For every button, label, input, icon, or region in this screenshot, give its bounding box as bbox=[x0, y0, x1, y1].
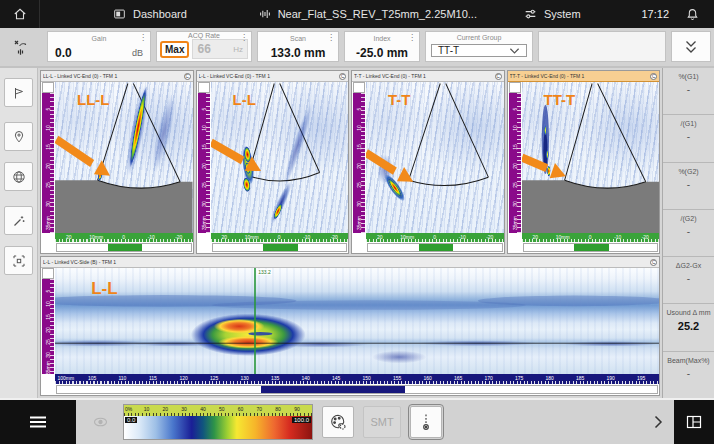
scan-view[interactable]: L-L - Linked VC-Side (B) - TFM 1 C 51015… bbox=[40, 256, 660, 396]
scan-tick: 100mm bbox=[57, 375, 74, 381]
palette-gradient: 0.0 100.0 bbox=[124, 416, 312, 439]
scan-axis-ruler[interactable]: 100mm10511011512012513013514014515015516… bbox=[55, 374, 659, 384]
tfm-view-l-l[interactable]: L-L - Linked VC-End (0) - TFM 1C51015202… bbox=[196, 70, 350, 254]
index-axis-ruler[interactable]: 2010mm0-10-20 bbox=[366, 233, 504, 242]
scan-view-header[interactable]: L-L - Linked VC-Side (B) - TFM 1 C bbox=[41, 257, 659, 268]
notifications-button[interactable] bbox=[679, 7, 706, 22]
current-group-select[interactable]: TT-T bbox=[431, 44, 527, 57]
wizard-button[interactable] bbox=[4, 206, 33, 235]
tfm-view-t-t[interactable]: T-T - Linked VC-End (0) - TFM 1C51015202… bbox=[351, 70, 505, 254]
depth-ruler[interactable]: 5101520253035mm bbox=[42, 279, 54, 374]
index-tick: 10mm bbox=[556, 234, 570, 240]
index-scrollbar-thumb[interactable] bbox=[574, 244, 609, 251]
system-button[interactable]: System bbox=[513, 0, 591, 28]
acq-rate-mode[interactable]: Max bbox=[160, 41, 189, 58]
tfm-zone-button[interactable] bbox=[4, 162, 33, 191]
collapse-toolbar-button[interactable] bbox=[671, 31, 711, 62]
index-card[interactable]: Index ⋮ -25.0 mm bbox=[344, 31, 420, 62]
reading-value: - bbox=[663, 131, 714, 142]
selection-tool-button[interactable] bbox=[4, 246, 33, 275]
view-context-button[interactable]: C bbox=[184, 73, 191, 80]
gain-card[interactable]: Gain ⋮ 0.0 dB bbox=[47, 31, 151, 62]
palette-max: 100.0 bbox=[292, 417, 311, 423]
index-axis-ruler[interactable]: 2010mm0-10-20 bbox=[211, 233, 349, 242]
top-bar: Dashboard Near_Flat_SS_REV_T25mm_2.25M10… bbox=[0, 0, 714, 28]
scan-cursor[interactable]: 133.2 bbox=[254, 268, 256, 374]
index-scrollbar[interactable] bbox=[56, 243, 192, 252]
reading-cell[interactable]: ΔG2-Gx- bbox=[663, 257, 714, 304]
palette-settings-button[interactable] bbox=[322, 406, 354, 438]
tfm-plot[interactable]: L-L bbox=[211, 82, 349, 233]
tfm-plot[interactable]: LL-L bbox=[55, 82, 193, 233]
depth-tick: 20 bbox=[45, 157, 51, 175]
measurement-axis-button[interactable] bbox=[410, 406, 442, 438]
expand-right-button[interactable] bbox=[652, 414, 664, 430]
reading-value: 25.2 bbox=[663, 320, 714, 332]
index-menu-icon[interactable]: ⋮ bbox=[408, 32, 416, 43]
probe-disconnected-button[interactable] bbox=[0, 31, 42, 62]
layout-button[interactable] bbox=[674, 400, 714, 444]
view-context-button[interactable]: C bbox=[495, 73, 502, 80]
menu-button[interactable] bbox=[0, 400, 76, 444]
acq-rate-label: ACQ Rate bbox=[188, 32, 220, 39]
smt-button[interactable]: SMT bbox=[363, 406, 401, 438]
view-footer: 2010mm0-10-20 bbox=[197, 233, 349, 242]
scan-scrollbar[interactable] bbox=[56, 385, 658, 394]
tfm-plot[interactable]: TT-T bbox=[522, 82, 660, 233]
depth-tick: 35mm bbox=[356, 214, 362, 232]
scan-tick: 115 bbox=[149, 375, 157, 381]
scan-menu-icon[interactable]: ⋮ bbox=[327, 32, 335, 43]
dashboard-button[interactable]: Dashboard bbox=[102, 0, 197, 28]
view-context-button[interactable]: C bbox=[650, 73, 657, 80]
index-tick: -20 bbox=[642, 234, 649, 240]
view-context-button[interactable]: C bbox=[650, 259, 657, 266]
depth-tick: 35mm bbox=[512, 214, 518, 232]
gain-menu-icon[interactable]: ⋮ bbox=[139, 32, 147, 43]
view-header[interactable]: LL-L - Linked VC-End (0) - TFM 1C bbox=[41, 71, 193, 82]
view-header[interactable]: T-T - Linked VC-End (0) - TFM 1C bbox=[352, 71, 504, 82]
reading-cell[interactable]: Usound Δ mm25.2 bbox=[663, 304, 714, 351]
tfm-plot[interactable]: T-T bbox=[366, 82, 504, 233]
home-button[interactable] bbox=[0, 0, 40, 28]
reading-cell[interactable]: %(G1)- bbox=[663, 68, 714, 115]
location-pin-icon bbox=[11, 129, 27, 145]
view-context-button[interactable]: C bbox=[339, 73, 346, 80]
acq-rate-card[interactable]: ACQ Rate ⋮ Max 66 Hz bbox=[156, 31, 252, 62]
index-scrollbar[interactable] bbox=[212, 243, 348, 252]
flag-icon bbox=[11, 85, 27, 101]
index-scrollbar-thumb[interactable] bbox=[419, 244, 454, 251]
depth-ruler[interactable]: 5101520253035mm bbox=[353, 93, 365, 233]
tfm-view-ll-l[interactable]: LL-L - Linked VC-End (0) - TFM 1C5101520… bbox=[40, 70, 194, 254]
index-scrollbar[interactable] bbox=[523, 243, 659, 252]
index-tick: 10mm bbox=[245, 234, 259, 240]
index-scrollbar-thumb[interactable] bbox=[108, 244, 143, 251]
scan-card[interactable]: Scan ⋮ 133.0 mm bbox=[257, 31, 339, 62]
acq-rate-menu-icon[interactable]: ⋮ bbox=[240, 32, 248, 43]
probe-position-button[interactable] bbox=[4, 122, 33, 151]
visibility-button[interactable] bbox=[92, 415, 109, 429]
reading-cell[interactable]: /(G2)- bbox=[663, 210, 714, 257]
dataset-button[interactable]: Near_Flat_SS_REV_T25mm_2.25M10... bbox=[248, 0, 487, 28]
scan-scrollbar-thumb[interactable] bbox=[261, 386, 405, 393]
flag-tool-button[interactable] bbox=[4, 78, 33, 107]
depth-ruler[interactable]: 5101520253035mm bbox=[509, 93, 521, 233]
palette-ruler: 0%102030405060708090 bbox=[124, 405, 312, 416]
footer-spacer bbox=[41, 242, 55, 253]
index-axis-ruler[interactable]: 2010mm0-10-20 bbox=[522, 233, 660, 242]
view-header[interactable]: L-L - Linked VC-End (0) - TFM 1C bbox=[197, 71, 349, 82]
reading-cell[interactable]: Beam(Max%)- bbox=[663, 352, 714, 398]
scan-plot[interactable]: 133.2 L-L bbox=[55, 268, 659, 374]
footer-spacer bbox=[197, 242, 211, 253]
view-scroll-row bbox=[41, 242, 193, 253]
index-tick: 0 bbox=[433, 234, 436, 240]
amplitude-palette[interactable]: 0%102030405060708090 0.0 100.0 bbox=[123, 404, 313, 440]
index-scrollbar[interactable] bbox=[367, 243, 503, 252]
index-axis-ruler[interactable]: 2010mm0-10-20 bbox=[55, 233, 193, 242]
view-header[interactable]: TT-T - Linked VC-End (0) - TFM 1C bbox=[508, 71, 660, 82]
reading-cell[interactable]: %(G2)- bbox=[663, 163, 714, 210]
reading-cell[interactable]: /(G1)- bbox=[663, 115, 714, 162]
index-scrollbar-thumb[interactable] bbox=[263, 244, 298, 251]
tfm-view-tt-t[interactable]: TT-T - Linked VC-End (0) - TFM 1C5101520… bbox=[507, 70, 661, 254]
depth-ruler[interactable]: 5101520253035mm bbox=[42, 93, 54, 233]
depth-ruler[interactable]: 5101520253035mm bbox=[198, 93, 210, 233]
